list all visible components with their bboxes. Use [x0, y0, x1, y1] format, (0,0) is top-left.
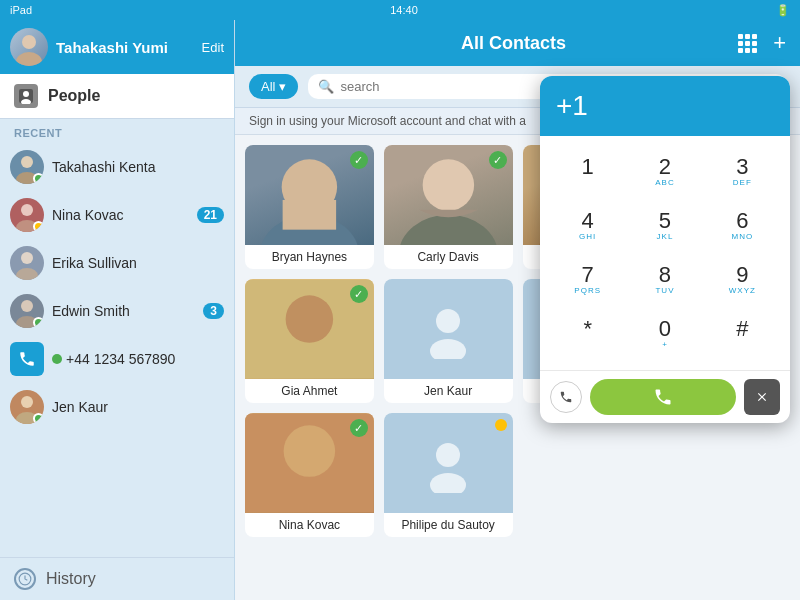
dialpad-overlay: +1 1 2 ABC 3 DEF 4 GHI: [540, 76, 790, 423]
sidebar: Tahakashi Yumi Edit People RECENT: [0, 20, 235, 600]
contact-card-nina[interactable]: ✓ Nina Kovac: [245, 413, 374, 537]
contact-name: Gia Ahmet: [245, 379, 374, 403]
svg-rect-18: [283, 200, 336, 230]
contact-card-bryan[interactable]: ✓ Bryan Haynes: [245, 145, 374, 269]
phone-small-button[interactable]: [550, 381, 582, 413]
dial-key-hash[interactable]: #: [705, 308, 780, 360]
dial-key-4[interactable]: 4 GHI: [550, 200, 625, 252]
contact-name: Takahashi Kenta: [52, 159, 224, 175]
sidebar-contact-edwin[interactable]: Edwin Smith 3: [0, 287, 234, 335]
status-indicator: [33, 221, 44, 232]
contact-card-carly[interactable]: ✓ Carly Davis: [384, 145, 513, 269]
contact-name: Carly Davis: [384, 245, 513, 269]
dial-key-0[interactable]: 0 +: [627, 308, 702, 360]
grid-icon[interactable]: [738, 34, 757, 53]
contact-name: Nina Kovac: [52, 207, 189, 223]
svg-point-3: [23, 91, 29, 97]
sidebar-contact-nina[interactable]: Nina Kovac 21: [0, 191, 234, 239]
svg-point-35: [284, 425, 336, 477]
contact-name: Edwin Smith: [52, 303, 195, 319]
search-icon: 🔍: [318, 79, 334, 94]
check-indicator: ✓: [350, 285, 368, 303]
status-bar: iPad 14:40 🔋: [0, 0, 800, 20]
dial-key-8[interactable]: 8 TUV: [627, 254, 702, 306]
filter-button[interactable]: All ▾: [249, 74, 298, 99]
history-label: History: [46, 570, 96, 588]
svg-point-27: [436, 309, 460, 333]
dial-key-7[interactable]: 7 PQRS: [550, 254, 625, 306]
svg-point-28: [430, 339, 466, 359]
dialpad-grid: 1 2 ABC 3 DEF 4 GHI 5 JKL: [540, 136, 790, 370]
dial-key-1[interactable]: 1: [550, 146, 625, 198]
svg-point-26: [286, 295, 334, 343]
svg-point-20: [422, 159, 474, 211]
status-indicator: [33, 173, 44, 184]
history-icon: [14, 568, 36, 590]
yellow-indicator: [495, 419, 507, 431]
svg-point-37: [430, 473, 466, 493]
main-header: All Contacts +: [235, 20, 800, 66]
chevron-down-icon: ▾: [279, 79, 286, 94]
avatar: [10, 28, 48, 66]
contact-name: Philipe du Sautoy: [384, 513, 513, 537]
edit-button[interactable]: Edit: [202, 40, 224, 55]
svg-point-0: [22, 35, 36, 49]
svg-point-11: [21, 300, 33, 312]
avatar: [10, 198, 44, 232]
dial-key-star[interactable]: *: [550, 308, 625, 360]
svg-point-7: [21, 204, 33, 216]
people-label: People: [48, 87, 100, 105]
avatar: [10, 246, 44, 280]
dial-key-9[interactable]: 9 WXYZ: [705, 254, 780, 306]
sidebar-contact-erika[interactable]: Erika Sullivan: [0, 239, 234, 287]
status-device: iPad: [10, 4, 32, 16]
contact-photo: [384, 413, 513, 513]
check-indicator: ✓: [489, 151, 507, 169]
status-time: 14:40: [390, 4, 418, 16]
sidebar-contact-takahashi[interactable]: Takahashi Kenta: [0, 143, 234, 191]
contact-name: Bryan Haynes: [245, 245, 374, 269]
dialpad-display: +1: [540, 76, 790, 136]
contact-card-philipe[interactable]: Philipe du Sautoy: [384, 413, 513, 537]
contact-card-jen[interactable]: Jen Kaur: [384, 279, 513, 403]
add-contact-icon[interactable]: +: [773, 30, 786, 56]
badge: 3: [203, 303, 224, 319]
recent-label: RECENT: [0, 119, 234, 143]
main-title: All Contacts: [461, 33, 566, 54]
dial-key-3[interactable]: 3 DEF: [705, 146, 780, 198]
dial-key-5[interactable]: 5 JKL: [627, 200, 702, 252]
status-indicator: [33, 413, 44, 424]
call-button[interactable]: [590, 379, 736, 415]
contact-name: Jen Kaur: [384, 379, 513, 403]
delete-button[interactable]: [744, 379, 780, 415]
main-content: All Contacts + All ▾ 🔍 Sign: [235, 20, 800, 600]
check-indicator: ✓: [350, 419, 368, 437]
check-indicator: ✓: [350, 151, 368, 169]
avatar: [10, 390, 44, 424]
contact-name: Nina Kovac: [245, 513, 374, 537]
dial-key-6[interactable]: 6 MNO: [705, 200, 780, 252]
dial-key-2[interactable]: 2 ABC: [627, 146, 702, 198]
user-name: Tahakashi Yumi: [56, 39, 194, 56]
status-indicator: [33, 317, 44, 328]
phone-icon-box: [10, 342, 44, 376]
svg-point-9: [21, 252, 33, 264]
avatar: [10, 294, 44, 328]
status-battery: 🔋: [776, 4, 790, 17]
svg-point-10: [16, 268, 38, 280]
contact-name: Jen Kaur: [52, 399, 224, 415]
header-icons: +: [738, 30, 786, 56]
badge: 21: [197, 207, 224, 223]
contact-photo: [384, 279, 513, 379]
sidebar-contact-jen[interactable]: Jen Kaur: [0, 383, 234, 431]
user-header: Tahakashi Yumi Edit: [0, 20, 234, 74]
dialpad-bottom: [540, 370, 790, 423]
svg-point-13: [21, 396, 33, 408]
svg-point-36: [436, 443, 460, 467]
svg-point-19: [399, 215, 498, 245]
contact-card-gia[interactable]: ✓ Gia Ahmet: [245, 279, 374, 403]
svg-point-1: [16, 52, 42, 66]
sidebar-contact-phone[interactable]: +44 1234 567890: [0, 335, 234, 383]
sidebar-item-people[interactable]: People: [0, 74, 234, 119]
sidebar-item-history[interactable]: History: [0, 557, 234, 600]
